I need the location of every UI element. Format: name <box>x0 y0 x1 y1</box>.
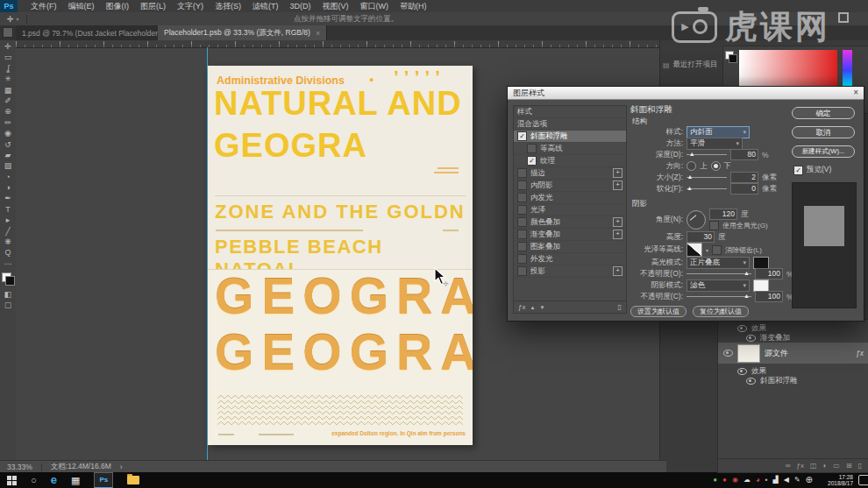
zoom-level[interactable]: 33.33% <box>7 463 32 471</box>
edge-browser-icon[interactable]: e <box>51 473 57 487</box>
menu-3d[interactable]: 3D(D) <box>290 2 311 11</box>
lasso-tool[interactable]: ʆ <box>6 65 9 73</box>
quick-mask-tool[interactable]: ◧ <box>4 291 12 299</box>
menu-layer[interactable]: 图层(L) <box>140 1 166 12</box>
fx-icon[interactable]: ƒx <box>518 303 525 311</box>
close-icon[interactable]: × <box>316 29 320 38</box>
direction-down-radio[interactable] <box>711 161 721 171</box>
screen-mode-tool[interactable]: ▢ <box>4 301 12 309</box>
style-row-inner-glow[interactable]: 内发光 <box>514 192 626 204</box>
checkbox[interactable] <box>527 156 537 166</box>
tray-volume-icon[interactable]: ◀ <box>784 476 789 484</box>
style-row-pattern-overlay[interactable]: 图案叠加 <box>514 241 626 253</box>
depth-slider[interactable] <box>687 151 727 159</box>
close-icon[interactable]: × <box>853 88 858 97</box>
checkbox[interactable] <box>517 205 527 215</box>
pen-tool[interactable]: ✒ <box>4 194 11 202</box>
menu-view[interactable]: 视图(V) <box>323 1 349 12</box>
status-expand-icon[interactable]: › <box>120 463 123 471</box>
link-layers-icon[interactable]: ∞ <box>786 462 791 470</box>
move-down-icon[interactable]: ▼ <box>539 305 544 310</box>
visibility-eye-icon[interactable] <box>746 335 756 342</box>
blending-options-row[interactable]: 混合选项 <box>514 118 626 131</box>
adjustment-layer-icon[interactable]: ◐ <box>822 462 827 470</box>
type-tool[interactable]: T <box>5 206 11 214</box>
effect-item-row[interactable]: 斜面和浮雕 <box>746 376 798 385</box>
checkbox[interactable] <box>517 230 527 239</box>
checkbox[interactable] <box>527 144 537 153</box>
visibility-eye-icon[interactable] <box>723 350 733 357</box>
checkbox[interactable] <box>517 266 527 276</box>
angle-input[interactable]: 120 <box>709 209 737 220</box>
altitude-input[interactable]: 30 <box>687 231 715 243</box>
new-style-button[interactable]: 新建样式(W)... <box>792 145 855 158</box>
hand-tool[interactable]: ❋ <box>4 238 11 246</box>
action-center-icon[interactable] <box>858 475 868 485</box>
move-tool-icon[interactable]: ✛ <box>7 15 14 24</box>
quick-select-tool[interactable]: ✳ <box>4 75 11 83</box>
gradient-tool[interactable]: ▨ <box>4 162 12 170</box>
history-brush-tool[interactable]: ↺ <box>4 141 11 149</box>
photoshop-taskbar-icon-active[interactable]: Ps <box>94 472 113 488</box>
menu-type[interactable]: 文字(Y) <box>177 1 203 12</box>
preview-checkbox[interactable] <box>793 166 803 175</box>
dialog-title-bar[interactable]: 图层样式 × <box>508 87 864 100</box>
layer-row-selected[interactable]: 源文件 ƒx <box>718 343 868 364</box>
checkbox[interactable] <box>517 254 527 264</box>
delete-layer-icon[interactable]: ▯ <box>858 462 862 470</box>
style-row-stroke[interactable]: 描边 <box>514 167 626 180</box>
foreground-background-swatches[interactable] <box>2 272 15 286</box>
recent-items-row[interactable]: ▤ 最近打开项目 <box>663 60 718 70</box>
add-effect-icon[interactable] <box>613 217 623 227</box>
checkbox[interactable] <box>517 131 527 141</box>
tray-language-icon[interactable]: ⊕ <box>806 476 813 484</box>
set-default-button[interactable]: 设置为默认值 <box>630 306 687 317</box>
zoom-tool[interactable]: Q <box>4 249 11 257</box>
shadow-color-swatch[interactable] <box>753 279 769 292</box>
menu-filter[interactable]: 滤镜(T) <box>253 1 279 12</box>
cancel-button[interactable]: 取消 <box>792 126 855 138</box>
shadow-mode-select[interactable]: 滤色 <box>687 279 750 292</box>
background-color-swatch[interactable] <box>729 54 737 63</box>
angle-dial[interactable] <box>687 210 706 230</box>
new-layer-icon[interactable]: ⊞ <box>846 462 852 470</box>
contour-thumbnail[interactable] <box>687 243 702 257</box>
chevron-down-icon[interactable]: ▾ <box>706 247 708 253</box>
layer-thumbnail[interactable] <box>737 344 760 363</box>
layer-group-icon[interactable]: ▭ <box>833 462 840 470</box>
fx-badge[interactable]: ƒx <box>856 349 864 357</box>
add-effect-icon[interactable] <box>613 180 623 190</box>
mini-color-swatches[interactable] <box>725 51 737 63</box>
checkbox[interactable] <box>517 193 527 202</box>
tray-dark-app-icon[interactable]: ▪ <box>765 476 768 484</box>
tray-network-icon[interactable]: ▟ <box>773 476 779 484</box>
cortana-icon[interactable]: ○ <box>31 473 37 487</box>
highlight-mode-select[interactable]: 正片叠底 <box>687 257 750 269</box>
tray-cloud-icon[interactable]: ☁ <box>743 476 751 484</box>
menu-image[interactable]: 图像(I) <box>106 1 130 12</box>
style-row-satin[interactable]: 光泽 <box>514 204 626 216</box>
shadow-opacity-input[interactable]: 100 <box>755 291 783 302</box>
size-slider[interactable] <box>687 173 727 181</box>
blur-tool[interactable]: ◔ <box>5 173 10 181</box>
taskbar-clock[interactable]: 17:28 2018/8/17 <box>818 474 853 487</box>
add-effect-icon[interactable] <box>613 230 623 239</box>
style-row-drop-shadow[interactable]: 投影 <box>514 265 626 278</box>
start-button[interactable] <box>7 476 17 485</box>
menu-edit[interactable]: 编辑(E) <box>68 1 95 12</box>
style-select[interactable]: 内斜面 <box>687 126 750 138</box>
eyedropper-tool[interactable]: ✐ <box>4 97 11 105</box>
add-effect-icon[interactable] <box>613 266 623 276</box>
soften-input[interactable]: 0 <box>730 183 758 194</box>
path-select-tool[interactable]: ▸ <box>6 216 11 224</box>
menu-select[interactable]: 选择(S) <box>215 1 241 12</box>
reset-default-button[interactable]: 复位为默认值 <box>693 306 749 317</box>
background-color-swatch[interactable] <box>5 276 15 286</box>
tray-pen-icon[interactable]: ✎ <box>794 476 800 484</box>
effects-row[interactable]: 效果 <box>737 366 766 376</box>
menu-help[interactable]: 帮助(H) <box>400 1 427 12</box>
highlight-opacity-slider[interactable] <box>687 270 751 278</box>
move-tool[interactable]: ✛ <box>4 43 11 51</box>
style-row-outer-glow[interactable]: 外发光 <box>514 253 626 265</box>
style-row-gradient-overlay[interactable]: 渐变叠加 <box>514 229 626 241</box>
